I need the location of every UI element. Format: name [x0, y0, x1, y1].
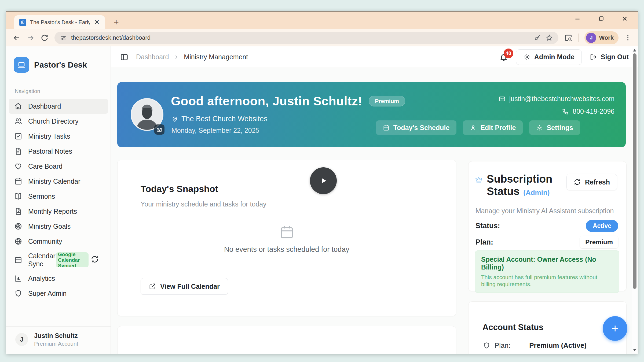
chevron-right-icon — [174, 54, 179, 60]
home-icon — [14, 102, 22, 110]
side-panel-search-icon[interactable] — [564, 34, 572, 42]
book-open-icon — [14, 192, 22, 200]
browser-profile-chip[interactable]: J Work — [584, 31, 619, 44]
brand: Pastor's Desk — [6, 46, 111, 73]
report-file-icon — [14, 207, 22, 215]
user-email[interactable]: justin@thebestchurchwebsites.com — [509, 95, 614, 103]
site-info-tune-icon[interactable] — [60, 34, 67, 41]
google-calendar-synced-badge: Google Calendar Synced — [56, 252, 89, 267]
shield-icon — [14, 289, 22, 297]
sidebar-item-calendar-sync[interactable]: Calendar Sync Google Calendar Synced — [9, 249, 108, 271]
sidebar-item-ministry-goals[interactable]: Ministry Goals — [9, 219, 108, 234]
reload-icon[interactable] — [41, 34, 49, 42]
account-plan-value: Premium (Active) — [529, 341, 587, 350]
site-favicon-icon — [19, 19, 26, 26]
empty-calendar-icon — [118, 224, 456, 240]
notice-body: This account has full premium features w… — [481, 274, 613, 288]
user-phone[interactable]: 800-419-2096 — [573, 108, 614, 115]
status-label: Status: — [475, 222, 500, 230]
calendar-icon — [14, 177, 22, 185]
special-account-notice: Special Account: Owner Access (No Billin… — [475, 250, 619, 293]
edit-profile-button[interactable]: Edit Profile — [463, 120, 523, 135]
subscription-subtitle: Manage your Ministry AI Assistant subscr… — [475, 207, 614, 215]
browser-menu-dots-icon[interactable] — [624, 34, 631, 41]
plan-label: Plan: — [475, 238, 493, 246]
view-full-calendar-button[interactable]: View Full Calendar — [141, 278, 228, 295]
sidebar-toggle-icon[interactable] — [120, 53, 129, 61]
heart-icon — [14, 162, 22, 170]
account-status-title: Account Status — [482, 323, 543, 332]
sidebar-profile[interactable]: J Justin Schultz Premium Account — [6, 326, 111, 347]
brand-name: Pastor's Desk — [34, 60, 87, 69]
forward-icon[interactable] — [27, 34, 35, 42]
sidebar-item-monthly-reports[interactable]: Monthly Reports — [9, 204, 108, 219]
sidebar-item-dashboard[interactable]: Dashboard — [9, 99, 108, 114]
new-tab-button[interactable]: + — [114, 18, 119, 26]
window-minimize-icon[interactable] — [574, 15, 581, 22]
location-pin-icon — [171, 116, 178, 122]
breadcrumb-root[interactable]: Dashboard — [136, 53, 169, 61]
window-close-icon[interactable] — [621, 15, 628, 22]
sidebar-item-care-board[interactable]: Care Board — [9, 159, 108, 174]
account-status-card: Account Status Plan: Premium (Active) + — [468, 301, 627, 354]
todays-snapshot-card: Today's Snapshot Your ministry schedule … — [117, 160, 456, 316]
url-bar[interactable]: thepastorsdesk.net/dashboard — [54, 32, 558, 44]
breadcrumb-current: Ministry Management — [184, 53, 248, 61]
shield-outline-icon — [483, 342, 490, 349]
task-check-icon — [14, 132, 22, 140]
notice-title: Special Account: Owner Access (No Billin… — [481, 256, 613, 271]
admin-mode-button[interactable]: Admin Mode — [516, 49, 582, 65]
lower-content-card — [117, 326, 456, 354]
note-file-icon — [14, 147, 22, 155]
back-icon[interactable] — [13, 34, 21, 42]
todays-schedule-button[interactable]: Today's Schedule — [376, 120, 457, 135]
browser-profile-avatar: J — [586, 33, 596, 43]
notification-count-badge: 40 — [504, 49, 513, 58]
add-fab-button[interactable]: + — [603, 316, 627, 341]
page-scrollbar[interactable] — [632, 47, 637, 353]
sidebar-item-ministry-tasks[interactable]: Ministry Tasks — [9, 129, 108, 144]
user-name: Justin Schultz — [34, 332, 78, 339]
mail-icon — [499, 95, 506, 102]
sidebar-item-ministry-calendar[interactable]: Ministry Calendar — [9, 174, 108, 189]
tab-title: The Pastor's Desk - Early Acces — [30, 19, 90, 25]
user-plan: Premium Account — [34, 341, 78, 347]
sign-out-button[interactable]: Sign Out — [590, 53, 629, 61]
bookmark-star-icon[interactable] — [546, 34, 553, 42]
crown-icon — [475, 176, 482, 199]
calendar-icon — [383, 124, 390, 131]
subscription-title-line2: Status — [487, 185, 519, 197]
breadcrumb: Dashboard Ministry Management — [136, 53, 248, 61]
person-icon — [470, 124, 477, 131]
browser-tab[interactable]: The Pastor's Desk - Early Acces ✕ — [14, 15, 105, 29]
sidebar-item-community[interactable]: Community — [9, 234, 108, 249]
notifications-button[interactable]: 40 — [499, 53, 508, 61]
bar-chart-icon — [14, 274, 22, 282]
main-area: Dashboard Ministry Management 40 Admin M… — [111, 46, 638, 354]
scrollbar-thumb[interactable] — [633, 53, 636, 289]
sidebar-item-analytics[interactable]: Analytics — [9, 271, 108, 286]
globe-icon — [14, 237, 22, 245]
calendar-sync-icon — [14, 256, 22, 264]
window-maximize-icon[interactable] — [598, 15, 605, 22]
target-icon — [14, 222, 22, 230]
password-key-icon[interactable] — [534, 34, 541, 42]
phone-icon — [562, 108, 569, 115]
browser-window: The Pastor's Desk - Early Acces ✕ + thep… — [6, 11, 638, 354]
sidebar-item-pastoral-notes[interactable]: Pastoral Notes — [9, 144, 108, 159]
app-header: Dashboard Ministry Management 40 Admin M… — [111, 46, 638, 68]
sign-out-icon — [590, 53, 597, 61]
banner-settings-button[interactable]: Settings — [529, 120, 580, 135]
url-text[interactable]: thepastorsdesk.net/dashboard — [71, 34, 529, 41]
scrollbar-down-arrow-icon[interactable] — [633, 349, 636, 351]
sidebar-item-super-admin[interactable]: Super Admin — [9, 286, 108, 301]
greeting-text: Good afternoon, Justin Schultz! — [171, 94, 362, 108]
refresh-button[interactable]: Refresh — [566, 174, 617, 190]
camera-icon[interactable] — [154, 124, 164, 135]
calendar-sync-refresh-icon[interactable] — [91, 255, 99, 263]
scrollbar-up-arrow-icon[interactable] — [633, 49, 636, 51]
tab-close-icon[interactable]: ✕ — [94, 19, 100, 25]
sidebar-item-sermons[interactable]: Sermons — [9, 189, 108, 204]
video-play-button[interactable] — [310, 167, 337, 194]
sidebar-item-church-directory[interactable]: Church Directory — [9, 114, 108, 129]
